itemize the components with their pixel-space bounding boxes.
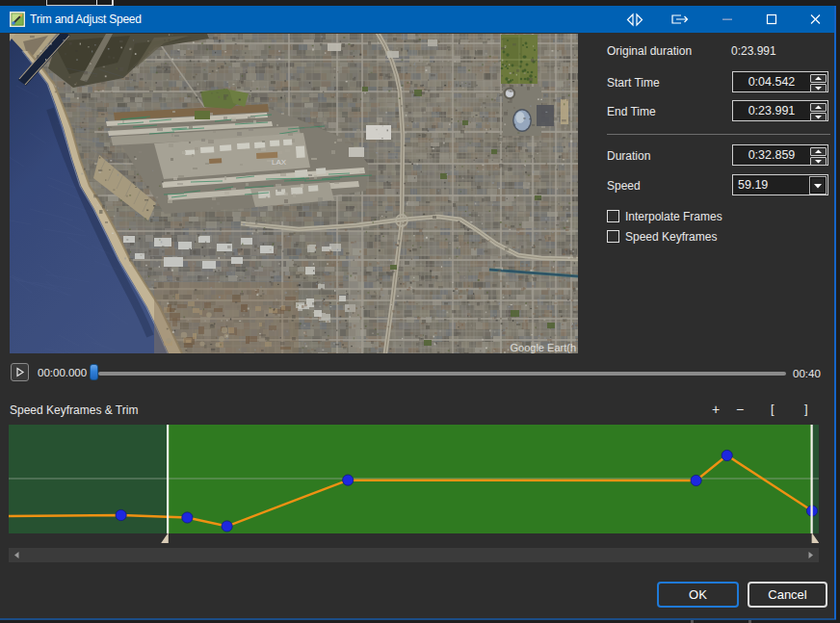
svg-text:Google Eart(h: Google Eart(h	[511, 342, 576, 353]
